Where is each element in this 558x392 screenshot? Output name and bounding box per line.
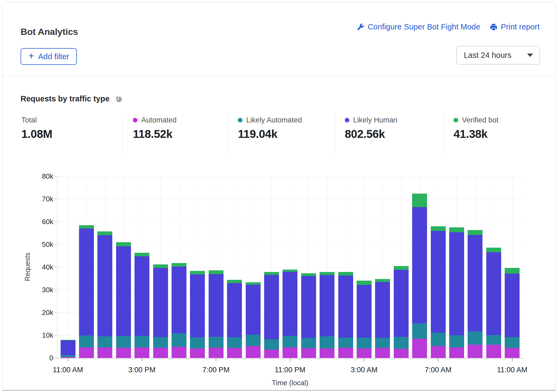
chart-bar[interactable] <box>449 227 464 358</box>
y-tick-label: 70k <box>2 195 53 203</box>
likely-human-segment <box>134 256 149 336</box>
automated-segment <box>116 348 131 358</box>
y-axis-tick <box>54 290 57 290</box>
verified-bot-segment <box>283 270 297 272</box>
likely-automated-segment <box>134 336 149 348</box>
chart-bar[interactable] <box>79 225 94 358</box>
chart-bar[interactable] <box>338 272 353 358</box>
automated-segment <box>394 349 409 358</box>
y-axis-line <box>57 176 57 358</box>
x-axis-tick <box>290 358 290 361</box>
likely-automated-segment <box>246 335 261 346</box>
header-links: Configure Super Bot Fight Mode Print rep… <box>356 22 540 31</box>
stat-likely-automated-label: Likely Automated <box>246 116 302 124</box>
likely-automated-segment <box>153 337 168 348</box>
likely-automated-segment <box>97 336 112 347</box>
verified-bot-segment <box>227 280 242 283</box>
likely-automated-segment <box>357 338 372 348</box>
chart-bar[interactable] <box>153 264 168 358</box>
chart-bar[interactable] <box>61 340 76 358</box>
chart-bar[interactable] <box>375 279 390 358</box>
chart-bar[interactable] <box>394 266 409 358</box>
x-tick-label: 7:00 PM <box>202 366 230 374</box>
chart-bar[interactable] <box>301 273 316 358</box>
chart-bar[interactable] <box>246 282 261 358</box>
chart-bar[interactable] <box>486 248 501 358</box>
x-axis-line <box>57 358 524 358</box>
stat-divider <box>228 114 228 154</box>
stat-divider <box>122 114 123 154</box>
printer-icon <box>490 23 498 31</box>
chart-bar[interactable] <box>357 281 372 358</box>
stat-verified-bot-value: 41.38k <box>454 128 498 141</box>
chart-bar[interactable] <box>172 263 186 358</box>
chart-bar[interactable] <box>505 268 520 358</box>
chart-bar[interactable] <box>431 226 446 358</box>
likely-human-segment <box>375 282 390 338</box>
likely-human-legend-dot <box>345 118 349 122</box>
y-axis-tick <box>54 221 57 222</box>
chart-bar[interactable] <box>209 270 224 358</box>
chart-bar[interactable] <box>468 230 482 358</box>
likely-human-segment <box>153 268 168 337</box>
print-report-link[interactable]: Print report <box>490 22 540 31</box>
likely-human-segment <box>283 272 297 336</box>
verified-bot-segment <box>320 272 334 275</box>
automated-segment <box>505 348 520 358</box>
likely-automated-segment <box>61 355 76 357</box>
chevron-down-icon <box>527 54 533 57</box>
time-range-select[interactable]: Last 24 hours <box>457 46 540 64</box>
y-axis-tick <box>54 312 57 313</box>
verified-bot-segment <box>97 231 112 235</box>
likely-human-segment <box>190 274 205 338</box>
likely-automated-segment <box>190 337 205 348</box>
likely-automated-segment <box>338 338 353 348</box>
verified-bot-segment <box>375 279 390 282</box>
chart-bar[interactable] <box>134 253 149 358</box>
likely-human-segment <box>412 207 427 323</box>
chart-bar[interactable] <box>320 272 334 358</box>
automated-segment <box>190 348 205 358</box>
automated-segment <box>412 339 427 358</box>
likely-human-segment <box>246 285 261 335</box>
x-axis-tick <box>512 358 513 361</box>
automated-segment <box>468 345 482 358</box>
verified-bot-segment <box>301 273 316 276</box>
chart-bar[interactable] <box>190 271 205 358</box>
x-axis-tick <box>364 358 364 361</box>
verified-bot-segment <box>394 266 409 270</box>
x-axis-labels: 11:00 AM3:00 PM7:00 PM11:00 PM3:00 AM7:0… <box>57 366 524 377</box>
verified-bot-segment <box>486 248 501 252</box>
add-filter-button[interactable]: + Add filter <box>21 48 77 65</box>
verified-bot-segment <box>172 263 186 267</box>
chart-bar[interactable] <box>283 270 297 358</box>
chart-bar[interactable] <box>97 231 112 358</box>
chart-bar[interactable] <box>116 242 131 358</box>
chart-bar[interactable] <box>227 280 242 358</box>
stat-divider <box>444 114 444 154</box>
pie-chart-icon <box>114 94 123 103</box>
automated-segment <box>61 357 76 358</box>
stat-verified-bot: Verified bot 41.38k <box>454 116 498 141</box>
stat-automated-value: 118.52k <box>133 128 177 141</box>
likely-human-segment <box>172 267 186 333</box>
automated-segment <box>97 347 112 358</box>
y-axis-tick <box>54 358 57 358</box>
configure-super-bot-fight-mode-link[interactable]: Configure Super Bot Fight Mode <box>356 22 480 31</box>
chart-bar[interactable] <box>412 194 427 358</box>
v-gridline <box>68 176 68 358</box>
likely-automated-segment <box>172 333 186 347</box>
stat-likely-automated-value: 119.04k <box>238 128 302 141</box>
y-axis-tick <box>54 267 57 267</box>
x-tick-label: 11:00 AM <box>53 366 83 374</box>
automated-segment <box>134 347 149 358</box>
likely-automated-segment <box>320 336 334 348</box>
likely-automated-segment <box>116 336 131 348</box>
likely-human-segment <box>431 231 446 333</box>
automated-segment <box>486 345 501 358</box>
stat-verified-bot-label: Verified bot <box>462 116 498 124</box>
verified-bot-segment <box>505 268 520 273</box>
verified-bot-segment <box>357 281 372 285</box>
chart-bar[interactable] <box>264 272 279 358</box>
automated-legend-dot <box>133 118 137 122</box>
